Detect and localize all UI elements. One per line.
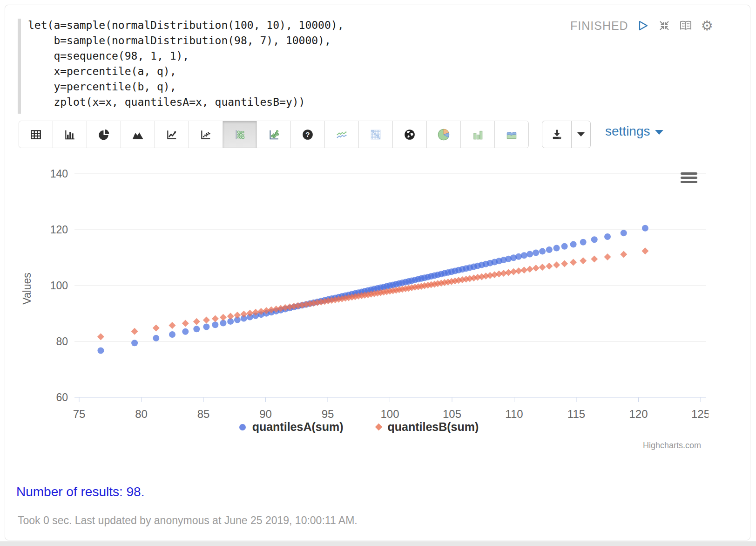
editor-gutter	[18, 19, 21, 114]
svg-text:80: 80	[135, 408, 148, 420]
svg-text:80: 80	[56, 335, 68, 348]
status-badge: FINISHED	[570, 19, 628, 33]
svg-text:?: ?	[305, 130, 310, 138]
chevron-down-icon	[655, 130, 663, 135]
code-block[interactable]: let(a=sample(normalDistribution(100, 10)…	[28, 18, 344, 110]
legend-marker-diamond	[375, 423, 382, 431]
svg-text:100: 100	[380, 408, 399, 420]
stacked-area-icon[interactable]	[495, 121, 528, 148]
compress-icon[interactable]	[657, 19, 671, 33]
code-line: y=percentile(b, q),	[28, 79, 344, 95]
notebook-paragraph: let(a=sample(normalDistribution(100, 10)…	[0, 0, 756, 546]
table-icon[interactable]	[19, 121, 53, 148]
scatter-chart: 6080100120140758085909510010511011512012…	[9, 154, 709, 457]
svg-text:105: 105	[443, 408, 461, 420]
svg-text:115: 115	[567, 408, 585, 420]
legend-marker-circle	[239, 424, 246, 430]
heatmap-icon[interactable]	[359, 121, 393, 148]
svg-text:90: 90	[259, 408, 272, 420]
help-icon[interactable]: ?	[291, 121, 325, 148]
scatter-matrix-icon[interactable]	[257, 121, 291, 148]
code-line: q=sequence(98, 1, 1),	[28, 48, 344, 64]
results-count-text: Number of results: 98.	[16, 485, 144, 499]
pie-chart-icon[interactable]	[87, 121, 121, 148]
multi-line-chart-icon[interactable]	[325, 121, 359, 148]
chevron-down-icon	[577, 132, 585, 136]
line-chart-icon[interactable]	[155, 121, 189, 148]
legend-label: quantilesA(sum)	[252, 420, 344, 434]
legend-item-quantilesA[interactable]: quantilesA(sum)	[239, 420, 344, 434]
code-line: x=percentile(a, q),	[28, 64, 344, 79]
legend-item-quantilesB[interactable]: quantilesB(sum)	[376, 420, 479, 434]
bar-chart-icon[interactable]	[53, 121, 87, 148]
download-split-button	[542, 121, 591, 148]
pie-colored-icon[interactable]	[427, 121, 461, 148]
svg-text:120: 120	[50, 224, 68, 236]
code-line: zplot(x=x, quantilesA=x, quantilesB=y))	[28, 95, 344, 110]
svg-text:95: 95	[322, 408, 334, 420]
code-line: b=sample(normalDistribution(98, 7), 1000…	[28, 33, 344, 48]
svg-text:140: 140	[50, 168, 68, 180]
svg-text:120: 120	[629, 408, 648, 420]
svg-text:85: 85	[197, 408, 210, 420]
bubble-chart-icon[interactable]	[223, 121, 257, 148]
scatter-chart-icon[interactable]	[189, 121, 223, 148]
svg-text:60: 60	[56, 391, 68, 403]
download-icon	[551, 128, 563, 141]
download-dropdown-button[interactable]	[572, 121, 590, 148]
book-icon[interactable]	[679, 19, 693, 33]
chart-type-toolbar: ?	[19, 121, 529, 148]
svg-text:75: 75	[73, 408, 86, 420]
download-button[interactable]	[542, 121, 572, 148]
svg-text:110: 110	[505, 408, 523, 420]
svg-text:100: 100	[50, 280, 68, 292]
settings-label: settings	[605, 124, 650, 139]
paragraph-controls: FINISHED ⚙	[570, 19, 714, 33]
settings-button[interactable]: settings	[605, 124, 663, 139]
code-line: let(a=sample(normalDistribution(100, 10)…	[28, 18, 344, 33]
gear-icon[interactable]: ⚙	[700, 19, 714, 33]
chart-context-menu-icon[interactable]	[681, 172, 697, 185]
highcharts-credits[interactable]: Highcharts.com	[643, 441, 701, 450]
chart-legend: quantilesA(sum) quantilesB(sum)	[9, 420, 709, 434]
next-paragraph-edge	[0, 541, 756, 546]
scatter-plot: 6080100120140758085909510010511011512012…	[9, 154, 709, 457]
play-icon[interactable]	[636, 19, 650, 33]
last-updated-text: Took 0 sec. Last updated by anonymous at…	[18, 514, 358, 527]
area-chart-icon[interactable]	[121, 121, 155, 148]
legend-label: quantilesB(sum)	[388, 420, 479, 434]
y-axis-title: Values	[21, 242, 34, 335]
column-chart-icon[interactable]	[461, 121, 495, 148]
svg-text:125: 125	[691, 408, 709, 420]
globe-icon[interactable]	[393, 121, 427, 148]
